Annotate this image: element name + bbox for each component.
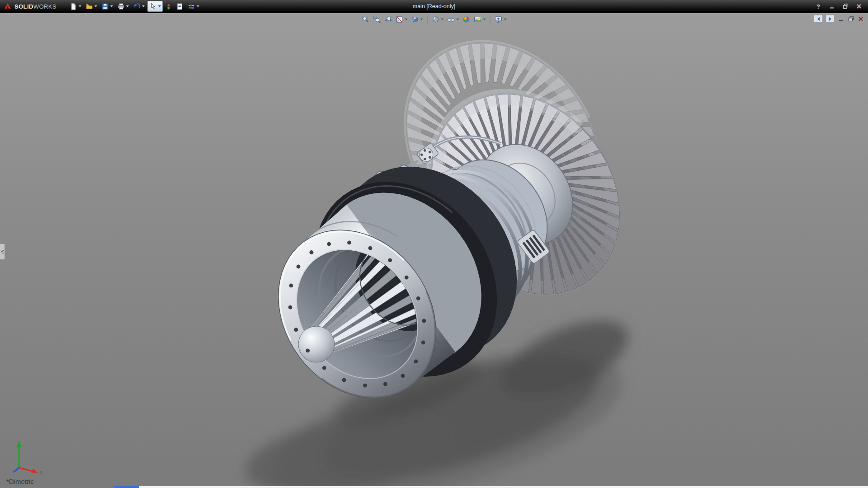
hide-show-eye-icon	[447, 15, 455, 23]
bottom-edge-strip	[0, 486, 868, 488]
new-document-icon	[70, 3, 77, 10]
minimize-icon	[838, 16, 844, 22]
restore-button[interactable]	[842, 3, 849, 10]
brand-solid: SOLID	[14, 3, 33, 10]
help-icon: ?	[816, 3, 820, 10]
titlebar-window-controls: ?	[815, 3, 868, 10]
brand-text: SOLIDWORKS	[14, 3, 57, 10]
view-orientation-label: *Dimetric	[6, 478, 34, 485]
chevron-right-icon	[829, 17, 831, 21]
toolbar-separator	[490, 15, 491, 23]
minimize-button[interactable]	[828, 3, 835, 10]
headsup-view-toolbar	[361, 14, 508, 24]
close-icon	[858, 16, 863, 22]
minimize-icon	[829, 4, 835, 9]
dropdown-caret-icon	[420, 19, 423, 20]
section-view-icon	[396, 15, 404, 23]
apply-scene-button[interactable]	[473, 14, 487, 24]
zoom-to-area-icon	[373, 15, 381, 23]
zoom-to-area-button[interactable]	[372, 14, 382, 24]
brand-works: WORKS	[33, 3, 57, 10]
restore-icon	[848, 16, 854, 22]
display-style-button[interactable]	[431, 14, 445, 24]
collapse-left-pane-button[interactable]	[814, 15, 823, 23]
dropdown-caret-icon	[405, 19, 408, 20]
select-tool-button[interactable]	[147, 1, 163, 12]
zoom-to-fit-icon	[362, 15, 370, 23]
dropdown-caret-icon	[158, 5, 161, 7]
chevron-left-icon	[817, 17, 820, 21]
hide-show-items-button[interactable]	[446, 14, 460, 24]
doc-close-button[interactable]	[857, 15, 864, 22]
document-window-controls	[814, 15, 864, 23]
doc-minimize-button[interactable]	[837, 15, 844, 22]
document-title: main [Read-only]	[413, 0, 456, 13]
toolbar-separator	[427, 15, 428, 23]
edit-appearance-ball-icon	[462, 15, 471, 23]
reference-triad: x	[5, 432, 48, 475]
dropdown-caret-icon	[441, 19, 444, 20]
undo-icon	[133, 3, 141, 10]
select-cursor-icon	[149, 3, 157, 10]
apply-scene-icon	[474, 15, 482, 23]
dropdown-caret-icon	[94, 5, 97, 7]
help-button[interactable]: ?	[815, 3, 822, 10]
dropdown-caret-icon	[483, 19, 486, 20]
main-toolbar	[68, 1, 201, 12]
triad-x-arrow-icon	[32, 469, 38, 473]
open-folder-icon	[85, 3, 93, 10]
strip-gray-segment	[0, 486, 114, 488]
triad-y-arrow-icon	[17, 441, 21, 447]
doc-restore-button[interactable]	[847, 15, 854, 22]
dropdown-caret-icon	[142, 5, 145, 7]
dropdown-caret-icon	[110, 5, 113, 7]
close-button[interactable]	[855, 3, 863, 10]
dropdown-caret-icon	[457, 19, 459, 20]
titlebar: SOLIDWORKS	[0, 0, 868, 13]
rebuild-stoplight-icon	[165, 3, 172, 10]
new-document-button[interactable]	[68, 1, 83, 11]
print-icon	[117, 3, 125, 10]
save-button[interactable]	[100, 1, 114, 11]
previous-view-button[interactable]	[383, 14, 393, 24]
strip-white-segment	[139, 486, 868, 488]
print-button[interactable]	[116, 1, 130, 11]
rebuild-button[interactable]	[164, 1, 173, 11]
solidworks-logo: SOLIDWORKS	[0, 2, 57, 10]
triad-z-axis	[14, 468, 19, 472]
previous-view-icon	[384, 15, 392, 23]
edit-appearance-button[interactable]	[462, 14, 472, 24]
view-orientation-cube-icon	[411, 15, 419, 23]
options-sliders-icon	[188, 3, 195, 10]
options-button[interactable]	[186, 1, 201, 11]
feature-manager-collapse-tab[interactable]	[0, 244, 5, 260]
dropdown-caret-icon	[126, 5, 129, 7]
solidworks-logo-icon	[4, 2, 12, 10]
close-icon	[856, 4, 862, 9]
file-properties-button[interactable]	[175, 1, 185, 11]
dropdown-caret-icon	[504, 19, 507, 20]
view-settings-icon	[495, 15, 503, 23]
restore-icon	[843, 4, 849, 9]
section-view-button[interactable]	[395, 14, 409, 24]
strip-blue-segment	[114, 486, 139, 488]
viewport-3d[interactable]	[0, 13, 868, 486]
collapse-pane-arrow-icon	[1, 249, 4, 254]
display-style-icon	[432, 15, 440, 23]
triad-x-label: x	[39, 469, 43, 475]
zoom-to-fit-button[interactable]	[361, 14, 371, 24]
save-icon	[101, 3, 109, 10]
view-orientation-button[interactable]	[410, 14, 424, 24]
open-document-button[interactable]	[84, 1, 99, 11]
file-properties-icon	[176, 3, 184, 10]
graphics-area: x *Dimetric	[0, 13, 868, 486]
dropdown-caret-icon	[79, 5, 81, 7]
expand-right-pane-button[interactable]	[826, 15, 835, 23]
triad-x-axis	[19, 468, 33, 471]
view-settings-button[interactable]	[494, 14, 508, 24]
dropdown-caret-icon	[197, 5, 199, 7]
undo-button[interactable]	[132, 1, 146, 11]
